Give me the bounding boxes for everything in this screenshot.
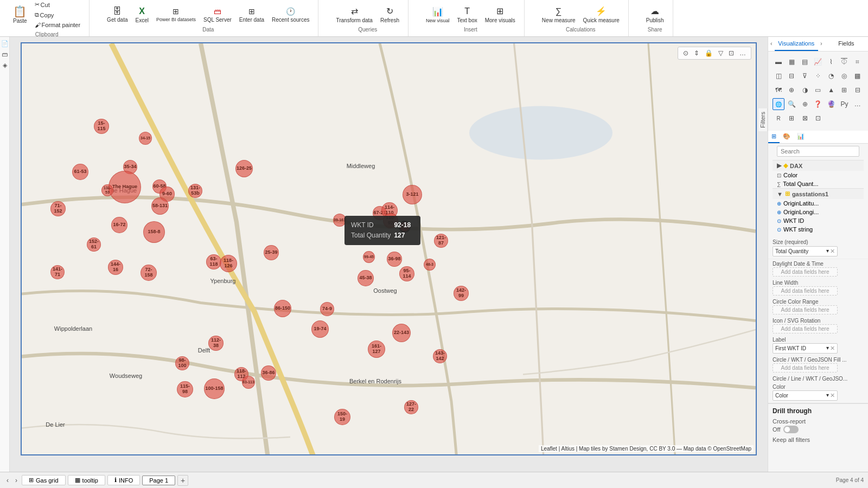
viz-custom2[interactable]: Py (838, 98, 850, 110)
bubble-19-74[interactable]: 19-74 (311, 320, 329, 338)
bubble-61-53[interactable]: 61-53 (72, 164, 88, 180)
viz-line-bar[interactable]: ⌗ (852, 56, 864, 68)
sidebar-report-icon[interactable]: 📄 (1, 39, 9, 48)
field-origin-long[interactable]: ⊕ OriginLongi... (773, 208, 864, 216)
viz-line-chart[interactable]: 📈 (812, 56, 824, 68)
excel-button[interactable]: X Excel (133, 5, 150, 24)
bubble-112-38[interactable]: 112-38 (208, 336, 224, 351)
get-data-button[interactable]: 🗄 Get data (105, 6, 130, 24)
viz-more[interactable]: … (852, 98, 864, 110)
prev-page-btn[interactable]: ‹ (4, 476, 11, 485)
refresh-button[interactable]: ↻ Refresh (378, 5, 401, 24)
viz-decomp[interactable]: ⊕ (799, 98, 811, 110)
viz-area-chart[interactable]: ⌇ (825, 56, 837, 68)
viz-search[interactable]: 🔍 (786, 98, 797, 110)
bubble-83-113[interactable]: 83-113 (242, 376, 255, 389)
map-focus-btn[interactable]: ⊙ (681, 49, 690, 57)
bubble-131-53[interactable]: 131-53 (101, 184, 113, 196)
daylight-field[interactable]: Add data fields here (773, 267, 838, 277)
format-painter-button[interactable]: 🖌 Format painter (33, 21, 83, 29)
map-container[interactable]: 15-11534-1561-5335-34The Hague131-5360-5… (21, 42, 757, 455)
map-expand-btn[interactable]: ⊡ (727, 49, 736, 57)
publish-button[interactable]: ☁ Publish (644, 5, 666, 24)
build-tab[interactable]: ⊞ (768, 131, 780, 143)
bubble-143-142[interactable]: 143-142 (433, 349, 447, 363)
copy-button[interactable]: ⧉ Copy (33, 10, 83, 20)
tab-tooltip[interactable]: ▦ tooltip (68, 475, 105, 485)
bubble-34-15[interactable]: 34-15 (139, 132, 152, 145)
circle-wkt-fill-field[interactable]: Add data fields here (773, 363, 838, 373)
bubble-92-18[interactable]: 92-18 (399, 221, 411, 233)
bubble-15-115[interactable]: 15-115 (94, 119, 109, 134)
tab-info[interactable]: ℹ INFO (107, 475, 140, 485)
bubble-150-19[interactable]: 150-19 (334, 409, 350, 425)
bubble-99-45[interactable]: 99-45 (363, 251, 375, 263)
viz-qa[interactable]: ❓ (812, 98, 824, 110)
viz-custom1[interactable]: 🌐 (773, 98, 784, 110)
bubble-144-16[interactable]: 144-16 (108, 260, 123, 275)
bubble-142-99[interactable]: 142-99 (454, 286, 469, 301)
bubble-126-25[interactable]: 126-25 (235, 160, 253, 177)
map-more-btn[interactable]: … (738, 49, 748, 57)
gasstations-section-header[interactable]: ▼ ⊞ gasstations1 (773, 188, 864, 199)
line-width-field[interactable]: Add data fields here (773, 286, 838, 296)
quick-measure-button[interactable]: ⚡ Quick measure (581, 5, 622, 24)
tab-gas-grid[interactable]: ⊞ Gas grid (22, 475, 66, 485)
bubble-131-53b[interactable]: 131-53b (188, 184, 202, 198)
more-visuals-button[interactable]: ⊞ More visuals (483, 5, 518, 24)
viz-extra1[interactable]: ⊞ (786, 112, 797, 124)
viz-treemap[interactable]: ▩ (852, 70, 864, 82)
viz-smart[interactable]: 🔮 (825, 98, 837, 110)
cut-button[interactable]: ✂ Cut (33, 0, 83, 9)
bubble-86-150[interactable]: 86-150 (274, 300, 291, 317)
viz-donut[interactable]: ◎ (838, 70, 850, 82)
bubble-100-158[interactable]: 100-158 (204, 378, 225, 399)
viz-card[interactable]: ▭ (812, 84, 824, 96)
field-total-quant[interactable]: ∑ Total Quant... (773, 179, 864, 188)
map-lock-btn[interactable]: 🔒 (703, 49, 714, 57)
icon-svg-field[interactable]: Add data fields here (773, 324, 838, 333)
label-dropdown-btn[interactable]: ▾ (826, 345, 829, 352)
viz-stacked-area[interactable]: ⏁ (838, 56, 850, 68)
map-filter-btn[interactable]: ▽ (717, 49, 725, 57)
fields-search-input[interactable] (777, 146, 859, 157)
viz-stacked-bar[interactable]: ▦ (786, 56, 797, 68)
field-wkt-id[interactable]: ⊙ WKT ID (773, 216, 864, 225)
bubble-127-22[interactable]: 127-22 (404, 400, 418, 414)
label-remove-btn[interactable]: ✕ (830, 345, 835, 352)
field-color[interactable]: ⊡ Color (773, 171, 864, 179)
size-field[interactable]: Total Quantity ▾ ✕ (773, 246, 838, 256)
viz-matrix[interactable]: ⊟ (852, 84, 864, 96)
bubble-16-72[interactable]: 16-72 (111, 217, 127, 233)
bubble-48-3[interactable]: 48-3 (424, 259, 436, 271)
bubble-121-87[interactable]: 121-87 (434, 234, 448, 248)
bubble-74-9[interactable]: 74-9 (320, 302, 334, 316)
transform-data-button[interactable]: ⇄ Transform data (334, 5, 374, 24)
panel-expand-btn[interactable]: › (818, 37, 825, 51)
bubble-39-161[interactable]: 39-161 (333, 214, 346, 227)
add-page-btn[interactable]: + (177, 475, 188, 486)
format-tab[interactable]: 🎨 (780, 131, 794, 143)
new-visual-button[interactable]: 📊 New visual (424, 5, 452, 24)
field-wkt-string[interactable]: ⊙ WKT string (773, 225, 864, 234)
color-remove-btn[interactable]: ✕ (830, 392, 835, 399)
bubble-110-92[interactable]: 110-92 (383, 213, 398, 228)
viz-table[interactable]: ⊞ (838, 84, 850, 96)
size-remove-btn[interactable]: ✕ (830, 248, 835, 255)
label-field[interactable]: First WKT ID ▾ ✕ (773, 343, 838, 354)
viz-extra2[interactable]: ⊠ (799, 112, 811, 124)
color-field[interactable]: Color ▾ ✕ (773, 390, 838, 401)
viz-scatter[interactable]: ⁘ (812, 70, 824, 82)
viz-bar-chart[interactable]: ▬ (773, 56, 784, 68)
bubble-36-98[interactable]: 36-98 (387, 252, 402, 267)
viz-pie[interactable]: ◔ (825, 70, 837, 82)
viz-ribbon[interactable]: ◫ (773, 70, 784, 82)
bubble-71-152[interactable]: 71-152 (50, 201, 66, 216)
bubble-72-158[interactable]: 72-158 (141, 265, 157, 281)
viz-waterfall[interactable]: ⊟ (786, 70, 797, 82)
recent-sources-button[interactable]: 🕐 Recent sources (270, 6, 311, 24)
bubble-63-118[interactable]: 63-118 (206, 254, 221, 269)
field-origin-lat[interactable]: ⊕ OriginLatitu... (773, 199, 864, 208)
analytics-tab[interactable]: 📊 (794, 131, 808, 143)
viz-gauge[interactable]: ◑ (799, 84, 811, 96)
